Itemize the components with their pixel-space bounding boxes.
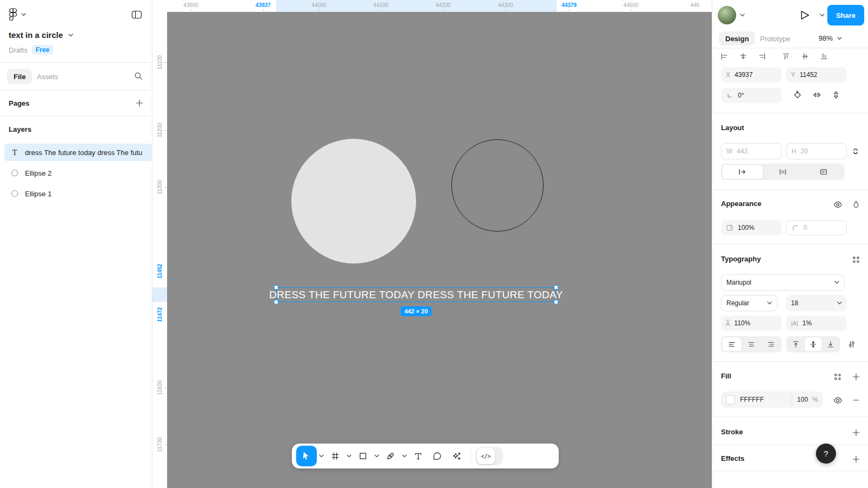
fill-swatch[interactable] — [726, 395, 735, 404]
zoom-menu[interactable]: 98% — [819, 34, 842, 42]
blend-mode-button[interactable] — [851, 200, 861, 209]
current-user-menu[interactable] — [718, 6, 745, 24]
font-weight-select[interactable]: Regular — [721, 295, 777, 311]
dev-mode-toggle[interactable]: </> — [476, 447, 503, 465]
ellipse-filled[interactable] — [291, 139, 416, 264]
layer-row-ellipse-2[interactable]: Ellipse 2 — [4, 164, 152, 182]
align-right-button[interactable] — [758, 52, 767, 61]
main-menu-button[interactable] — [9, 8, 26, 21]
width-field[interactable]: W 442 — [721, 143, 782, 159]
corner-radius-field[interactable]: 0 — [786, 220, 847, 235]
chevron-down-icon — [402, 454, 407, 458]
ruler-tick-label-active: 11452 — [157, 264, 163, 278]
selection-handle-top-left[interactable] — [274, 285, 278, 290]
text-align-center-button[interactable] — [742, 337, 761, 351]
share-button[interactable]: Share — [827, 5, 864, 25]
layer-row-text[interactable]: T dress The future today dress The futu — [4, 144, 152, 161]
file-title-menu[interactable]: text in a circle — [9, 30, 73, 40]
selection-handle-bottom-left[interactable] — [274, 300, 278, 304]
text-styles-button[interactable] — [851, 255, 861, 265]
tab-file[interactable]: File — [7, 69, 32, 84]
blend-drop-icon — [852, 200, 860, 209]
shape-tool-menu[interactable] — [373, 447, 381, 465]
align-bottom-button[interactable] — [820, 52, 828, 61]
resize-hug-button[interactable] — [763, 165, 803, 179]
font-size-select[interactable]: 18 — [786, 295, 847, 311]
letter-spacing-field[interactable]: |A| 1% — [786, 316, 847, 331]
fill-opacity-value[interactable]: 100 — [797, 396, 808, 403]
layer-row-ellipse-1[interactable]: Ellipse 1 — [4, 185, 152, 202]
vertical-align-top-button[interactable] — [787, 337, 805, 351]
add-effect-button[interactable] — [851, 454, 861, 464]
appearance-section-title: Appearance — [721, 200, 761, 208]
resize-text-box-button[interactable] — [803, 165, 844, 179]
effects-section-title: Effects — [721, 454, 744, 463]
align-top-icon — [782, 52, 790, 61]
ruler-tick-label: 11200 — [157, 123, 163, 137]
align-top-button[interactable] — [782, 52, 790, 61]
canvas-background[interactable] — [167, 12, 712, 488]
lock-aspect-ratio-button[interactable] — [851, 146, 860, 156]
vertical-align-middle-button[interactable] — [805, 337, 822, 351]
ruler-left-selection-highlight — [152, 287, 167, 302]
frame-tool-menu[interactable] — [345, 447, 353, 465]
ellipse-outlined[interactable] — [451, 139, 544, 232]
flip-vertical-button[interactable] — [831, 90, 841, 100]
fill-styles-button[interactable] — [833, 372, 843, 382]
x-position-field[interactable]: X 43937 — [721, 67, 782, 82]
ruler-corner — [152, 0, 167, 12]
shape-tool-button[interactable] — [354, 447, 372, 465]
y-position-field[interactable]: Y 11452 — [786, 67, 847, 82]
opacity-field[interactable]: 100% — [721, 220, 782, 235]
tab-assets[interactable]: Assets — [37, 73, 58, 81]
add-fill-button[interactable] — [851, 372, 861, 382]
typography-section-title: Typography — [721, 255, 761, 263]
align-vertical-center-button[interactable] — [801, 52, 809, 61]
font-family-select[interactable]: Mariupol — [721, 274, 845, 291]
rotation-field[interactable]: 0° — [721, 88, 782, 103]
text-tool-icon — [414, 452, 423, 460]
add-stroke-button[interactable] — [851, 428, 861, 438]
move-tool-button[interactable] — [296, 446, 317, 466]
present-button[interactable] — [798, 9, 811, 22]
tab-prototype[interactable]: Prototype — [760, 35, 790, 43]
selected-text-object[interactable]: DRESS THE FUTURE TODAY DRESS THE FUTURE … — [276, 287, 556, 302]
rotate-button[interactable] — [793, 90, 802, 100]
pen-tool-button[interactable] — [381, 447, 400, 465]
pen-tool-menu[interactable] — [400, 447, 409, 465]
comment-tool-button[interactable] — [428, 447, 446, 465]
selection-handle-top-right[interactable] — [554, 285, 558, 290]
height-field[interactable]: H 20 — [786, 143, 847, 159]
x-field-value: 43937 — [735, 71, 752, 79]
move-tool-menu[interactable] — [317, 447, 326, 465]
fill-visibility-button[interactable] — [833, 395, 843, 405]
visibility-button[interactable] — [833, 200, 843, 209]
remove-fill-button[interactable] — [851, 395, 861, 405]
fill-hex-value[interactable]: FFFFFF — [740, 396, 792, 403]
toolbar-divider — [470, 448, 471, 464]
align-left-button[interactable] — [720, 52, 729, 61]
selection-handle-bottom-right[interactable] — [554, 300, 558, 304]
vertical-align-bottom-button[interactable] — [822, 337, 839, 351]
frame-tool-button[interactable] — [326, 447, 344, 465]
text-tool-button[interactable] — [409, 447, 427, 465]
breadcrumb-location[interactable]: Drafts — [9, 46, 28, 54]
tab-design[interactable]: Design — [719, 31, 755, 46]
add-page-button[interactable] — [135, 99, 144, 107]
type-settings-button[interactable] — [847, 339, 857, 349]
search-button[interactable] — [134, 72, 143, 80]
text-align-right-button[interactable] — [761, 337, 781, 351]
resize-fixed-button[interactable] — [722, 165, 763, 179]
flip-horizontal-button[interactable] — [812, 90, 822, 100]
fill-color-row[interactable]: FFFFFF 100 % — [721, 391, 823, 408]
toggle-sidebar-button[interactable] — [131, 10, 142, 20]
help-button[interactable]: ? — [816, 444, 836, 464]
text-align-right-icon — [767, 340, 775, 349]
present-options-menu[interactable] — [820, 14, 825, 17]
ruler-tick-label-active: 44379 — [561, 2, 577, 8]
canvas-text[interactable]: DRESS THE FUTURE TODAY DRESS THE FUTURE … — [277, 288, 556, 301]
actions-tool-button[interactable] — [447, 447, 465, 465]
align-horizontal-center-button[interactable] — [739, 52, 748, 61]
line-height-field[interactable]: A 110% — [721, 316, 782, 331]
text-align-left-button[interactable] — [722, 337, 742, 351]
